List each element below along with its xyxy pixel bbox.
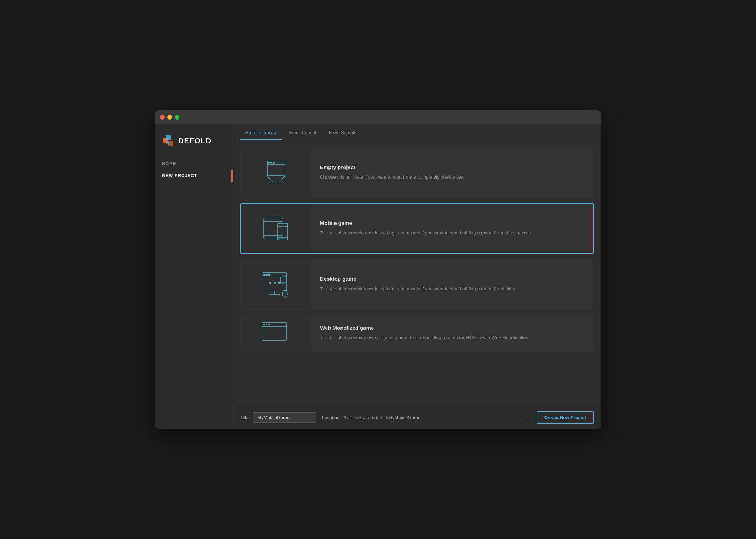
logo-area: DEFOLD: [155, 131, 233, 158]
template-icon-desktop: [241, 260, 311, 309]
app-window: DEFOLD HOME NEW PROJECT From Template Fr…: [155, 110, 601, 429]
svg-rect-31: [262, 323, 287, 340]
main-content: From Template From Tutorial From Sample: [233, 124, 601, 429]
template-title-desktop: Desktop game: [320, 276, 518, 282]
svg-point-21: [263, 274, 265, 276]
svg-line-12: [280, 176, 285, 182]
template-info-empty: Empty project Choose this template if yo…: [311, 148, 472, 197]
svg-rect-3: [166, 141, 169, 144]
location-value: /Users/Shared/defold/MyMobileGame: [344, 415, 517, 420]
svg-point-25: [274, 282, 276, 284]
title-group: Title: [240, 412, 316, 423]
template-info-desktop: Desktop game This template contains usef…: [311, 260, 526, 309]
svg-point-8: [273, 162, 274, 163]
sidebar-item-new-project[interactable]: NEW PROJECT: [155, 170, 233, 182]
template-title-web: Web Monetized game: [320, 325, 528, 331]
tab-bar: From Template From Tutorial From Sample: [233, 124, 601, 141]
template-title-empty: Empty project: [320, 164, 464, 170]
template-info-web: Web Monetized game This template contain…: [311, 315, 537, 351]
template-desc-mobile: This template contains useful settings a…: [320, 230, 532, 237]
maximize-button[interactable]: [175, 115, 179, 120]
template-desc-desktop: This template contains useful settings a…: [320, 285, 518, 293]
location-group: Location /Users/Shared/defold/MyMobileGa…: [322, 411, 594, 424]
svg-point-24: [269, 282, 271, 284]
template-icon-web: [241, 315, 311, 351]
svg-rect-4: [267, 161, 285, 176]
title-label: Title: [240, 415, 248, 420]
sidebar: DEFOLD HOME NEW PROJECT: [155, 124, 233, 429]
template-desc-empty: Choose this template if you want to star…: [320, 174, 464, 181]
app-body: DEFOLD HOME NEW PROJECT From Template Fr…: [155, 124, 601, 429]
template-title-mobile: Mobile game: [320, 220, 532, 226]
template-card-desktop[interactable]: Desktop game This template contains usef…: [240, 259, 594, 310]
svg-rect-16: [278, 223, 288, 240]
svg-point-33: [263, 324, 265, 325]
template-info-mobile: Mobile game This template contains usefu…: [311, 204, 541, 253]
traffic-lights: [160, 115, 179, 120]
defold-logo-icon: [162, 134, 175, 147]
svg-point-6: [268, 162, 269, 163]
location-path: /Users/Shared/defold/: [344, 415, 388, 420]
title-input[interactable]: [253, 412, 316, 423]
template-card-empty[interactable]: Empty project Choose this template if yo…: [240, 147, 594, 198]
minimize-button[interactable]: [167, 115, 172, 120]
svg-point-35: [268, 324, 270, 325]
tab-from-sample[interactable]: From Sample: [323, 125, 362, 140]
location-suffix: MyMobileGame: [388, 415, 420, 420]
bottom-bar: Title Location /Users/Shared/defold/MyMo…: [233, 406, 601, 429]
template-icon-easel: [241, 148, 311, 197]
svg-rect-1: [166, 135, 171, 140]
svg-point-34: [266, 324, 267, 325]
tab-from-template[interactable]: From Template: [240, 125, 282, 140]
svg-point-23: [268, 274, 270, 276]
tab-from-tutorial[interactable]: From Tutorial: [283, 125, 322, 140]
template-card-web[interactable]: Web Monetized game This template contain…: [240, 315, 594, 352]
template-desc-web: This template contains everything you ne…: [320, 334, 528, 342]
svg-line-11: [267, 176, 273, 182]
close-button[interactable]: [160, 115, 165, 120]
svg-point-22: [266, 274, 267, 276]
svg-point-26: [278, 282, 280, 284]
svg-rect-13: [264, 218, 283, 239]
svg-point-7: [270, 162, 272, 163]
sidebar-item-home[interactable]: HOME: [155, 158, 233, 170]
location-browse-button[interactable]: ...: [520, 412, 533, 423]
location-label: Location: [322, 415, 339, 420]
svg-rect-2: [168, 141, 173, 146]
template-icon-mobile: [241, 204, 311, 253]
logo-text: DEFOLD: [178, 137, 212, 145]
template-card-mobile[interactable]: Mobile game This template contains usefu…: [240, 203, 594, 254]
create-project-button[interactable]: Create New Project: [537, 411, 594, 424]
template-list: Empty project Choose this template if yo…: [233, 141, 601, 406]
titlebar: [155, 110, 601, 124]
